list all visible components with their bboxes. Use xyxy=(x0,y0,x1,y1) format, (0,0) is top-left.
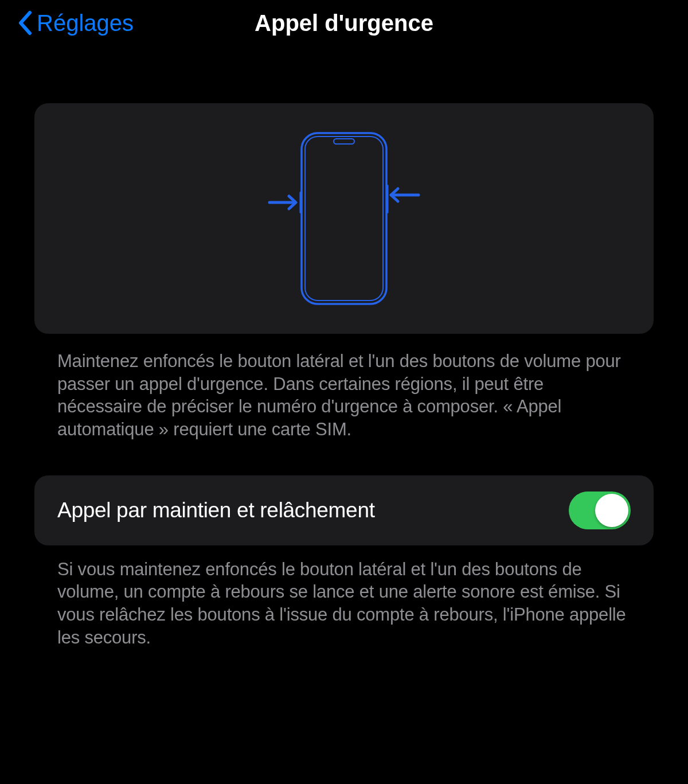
svg-rect-5 xyxy=(300,192,302,213)
setting-description: Si vous maintenez enfoncés le bouton lat… xyxy=(34,558,654,649)
back-button[interactable]: Réglages xyxy=(17,10,134,36)
phone-illustration xyxy=(264,130,424,307)
illustration-card xyxy=(34,103,654,334)
svg-rect-6 xyxy=(386,185,389,213)
setting-label: Appel par maintien et relâchement xyxy=(57,498,375,522)
setting-row-hold-release: Appel par maintien et relâchement xyxy=(34,475,654,545)
navigation-header: Réglages Appel d'urgence xyxy=(0,0,688,46)
toggle-knob xyxy=(595,494,628,527)
svg-rect-3 xyxy=(305,136,383,301)
svg-rect-2 xyxy=(302,133,386,304)
content-area: Maintenez enfoncés le bouton latéral et … xyxy=(0,103,688,649)
chevron-left-icon xyxy=(17,10,32,36)
illustration-description: Maintenez enfoncés le bouton latéral et … xyxy=(34,350,654,441)
svg-rect-4 xyxy=(334,139,354,144)
toggle-hold-release[interactable] xyxy=(569,492,631,529)
page-title: Appel d'urgence xyxy=(255,10,433,36)
back-label: Réglages xyxy=(37,10,134,36)
